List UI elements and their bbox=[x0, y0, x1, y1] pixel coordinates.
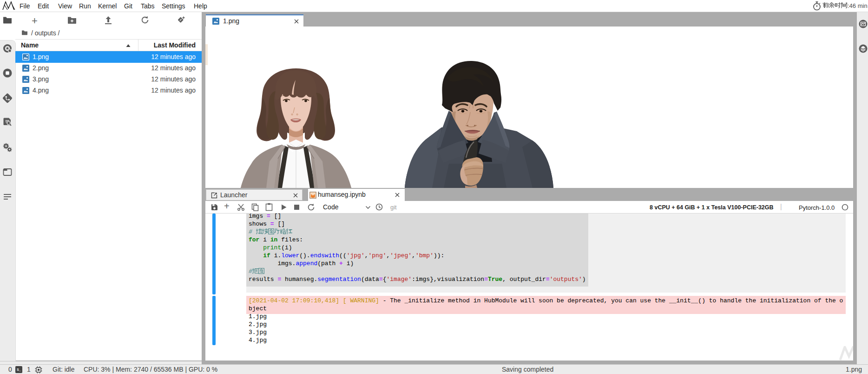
svg-text:$_: $_ bbox=[17, 367, 21, 372]
